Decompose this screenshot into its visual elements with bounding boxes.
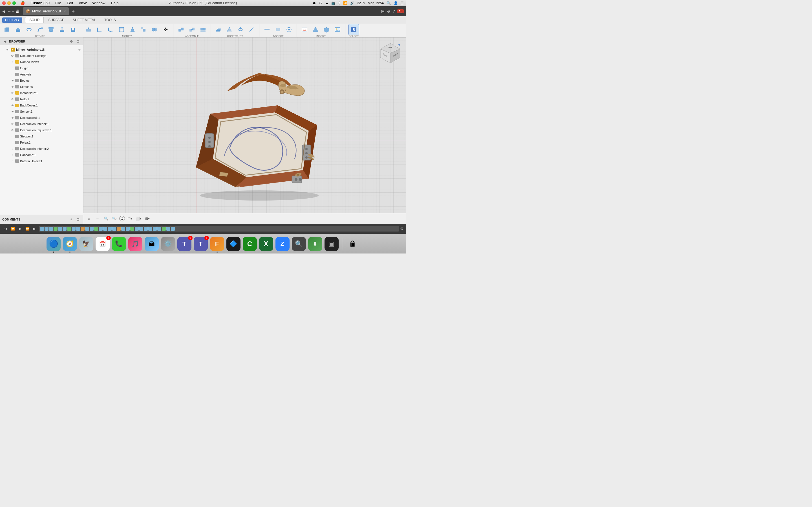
roto-eye-icon[interactable]	[10, 97, 14, 101]
roto-chevron[interactable]	[6, 97, 10, 101]
decoracion1-chevron[interactable]	[6, 116, 10, 120]
tab-solid[interactable]: SOLID	[25, 17, 44, 23]
timeline-beginning-button[interactable]: ⏮	[2, 226, 8, 232]
menu-file[interactable]: File	[54, 1, 62, 5]
press-pull-button[interactable]	[83, 24, 94, 35]
bodies-chevron[interactable]	[6, 78, 10, 82]
tab-surface[interactable]: SURFACE	[44, 17, 68, 23]
menu-edit[interactable]: Edit	[66, 1, 74, 5]
add-window-icon[interactable]: ⊞	[381, 9, 385, 14]
named-views-eye-icon[interactable]: ○	[10, 60, 14, 64]
settings-icon[interactable]: ⚙	[387, 9, 391, 13]
menu-window[interactable]: Window	[91, 1, 106, 5]
fillet-button[interactable]	[94, 24, 105, 35]
backcover-chevron[interactable]	[6, 103, 10, 107]
history-forward-icon[interactable]: ↪	[12, 10, 14, 13]
sensor-eye-icon[interactable]	[10, 110, 14, 114]
tree-item-bodies[interactable]: Bodies	[0, 77, 83, 83]
section-analysis-button[interactable]	[273, 24, 283, 35]
dock-calendar-icon[interactable]: 📅 3	[96, 237, 110, 251]
point-button[interactable]	[246, 24, 257, 35]
decoracion1-eye-icon[interactable]	[10, 116, 14, 120]
web-button[interactable]	[68, 24, 79, 35]
cancamo-chevron[interactable]	[6, 153, 10, 157]
viewcube[interactable]: TOP FRONT RIGHT	[379, 42, 402, 64]
tree-item-named-views[interactable]: ○ Named Views	[0, 59, 83, 65]
cancamo-eye-icon[interactable]: ○	[10, 153, 14, 157]
dock-mirror-icon[interactable]: ▣	[324, 237, 339, 251]
dec-inf1-chevron[interactable]	[6, 122, 10, 126]
named-views-chevron[interactable]	[6, 60, 10, 64]
measure-button[interactable]	[262, 24, 272, 35]
loft-button[interactable]	[46, 24, 56, 35]
bateria-eye-icon[interactable]: ○	[10, 159, 14, 163]
timeline-play-button[interactable]: ▶	[17, 226, 23, 232]
tree-item-roto[interactable]: Roto:1	[0, 96, 83, 102]
stepper-eye-icon[interactable]: ○	[10, 134, 14, 138]
stepper-chevron[interactable]	[6, 134, 10, 138]
browser-resize-icon[interactable]: ⊡	[75, 39, 81, 44]
dec-izq-eye-icon[interactable]	[10, 128, 14, 132]
dock-facetime-icon[interactable]: 📞	[112, 237, 126, 251]
home-view-button[interactable]: ⌂	[86, 215, 93, 222]
zoom-in-button[interactable]: 🔍	[102, 215, 110, 222]
menu-view[interactable]: View	[78, 1, 88, 5]
display-settings-button[interactable]: ⬚▾	[126, 215, 133, 222]
doc-settings-chevron[interactable]	[6, 54, 10, 58]
browser-back-icon[interactable]: ◀	[2, 39, 7, 44]
back-nav-icon[interactable]: ◀	[2, 9, 5, 13]
user-avatar[interactable]: AL	[397, 9, 404, 13]
apple-menu[interactable]: 🍎	[19, 1, 26, 5]
root-eye-icon[interactable]	[6, 48, 10, 52]
comments-resize-icon[interactable]: ⊡	[75, 217, 81, 222]
tree-root-item[interactable]: F Mirror_Arduino v18 ◎	[0, 47, 83, 53]
joint-button[interactable]	[175, 24, 186, 35]
rigid-group-button[interactable]	[198, 24, 208, 35]
comments-add-icon[interactable]: +	[69, 217, 74, 222]
tree-item-decoracion-inferior-2[interactable]: ○ Decoración Inferior:2	[0, 146, 83, 152]
sensor-chevron[interactable]	[6, 110, 10, 114]
pan-button[interactable]: ↔	[94, 215, 101, 222]
tree-item-cancamo[interactable]: ○ Cancamo:1	[0, 152, 83, 158]
as-built-joint-button[interactable]	[187, 24, 197, 35]
axis-button[interactable]	[235, 24, 246, 35]
select-button[interactable]	[349, 24, 359, 35]
dec-inf2-chevron[interactable]	[6, 147, 10, 151]
dock-finder-icon[interactable]: 🔵	[47, 237, 61, 251]
dock-excel-icon[interactable]: X	[259, 237, 273, 251]
tree-item-sensor[interactable]: Sensor:1	[0, 108, 83, 115]
dock-itunes-icon[interactable]: 🎵	[128, 237, 142, 251]
zoom-out-button[interactable]: 🔍-	[111, 215, 118, 222]
info-icon[interactable]: ?	[393, 9, 395, 13]
tree-item-bateria[interactable]: ○ Bateria Holder:1	[0, 158, 83, 164]
insert-dxf-button[interactable]: +	[310, 24, 321, 35]
bateria-chevron[interactable]	[6, 159, 10, 163]
offset-plane-button[interactable]	[213, 24, 224, 35]
insert-svg-button[interactable]: svg	[299, 24, 310, 35]
draft-button[interactable]	[127, 24, 138, 35]
tree-item-decoracion-izquierda[interactable]: Decoración Izquierda:1	[0, 127, 83, 133]
center-of-mass-button[interactable]	[284, 24, 294, 35]
new-component-button[interactable]: +	[2, 24, 12, 35]
polea-chevron[interactable]	[6, 140, 10, 145]
origin-eye-icon[interactable]: ○	[10, 66, 14, 70]
tree-item-decoracion1[interactable]: Decoracion1:1	[0, 115, 83, 121]
dec-inf2-eye-icon[interactable]: ○	[10, 147, 14, 151]
analysis-chevron[interactable]	[6, 72, 10, 76]
combine-button[interactable]	[149, 24, 160, 35]
dock-safari-icon[interactable]: 🧭	[63, 237, 77, 251]
rib-button[interactable]	[57, 24, 67, 35]
grid-settings-button[interactable]: ⊞▾	[144, 215, 151, 222]
extrude-button[interactable]	[13, 24, 23, 35]
visual-style-button[interactable]: ⬜▾	[135, 215, 143, 222]
timeline-back-button[interactable]: ⏪	[10, 226, 16, 232]
tab-tools[interactable]: TOOLS	[100, 17, 119, 23]
dec-izq-chevron[interactable]	[6, 128, 10, 132]
design-button[interactable]: DESIGN ▾	[2, 17, 22, 23]
dock-teams-icon[interactable]: T 1	[177, 237, 192, 251]
sketches-chevron[interactable]	[6, 85, 10, 89]
maximize-button[interactable]	[12, 1, 16, 5]
tab-sheet-metal[interactable]: SHEET METAL	[69, 17, 100, 23]
browser-settings-icon[interactable]: ⚙	[69, 39, 74, 44]
origin-chevron[interactable]	[6, 66, 10, 70]
